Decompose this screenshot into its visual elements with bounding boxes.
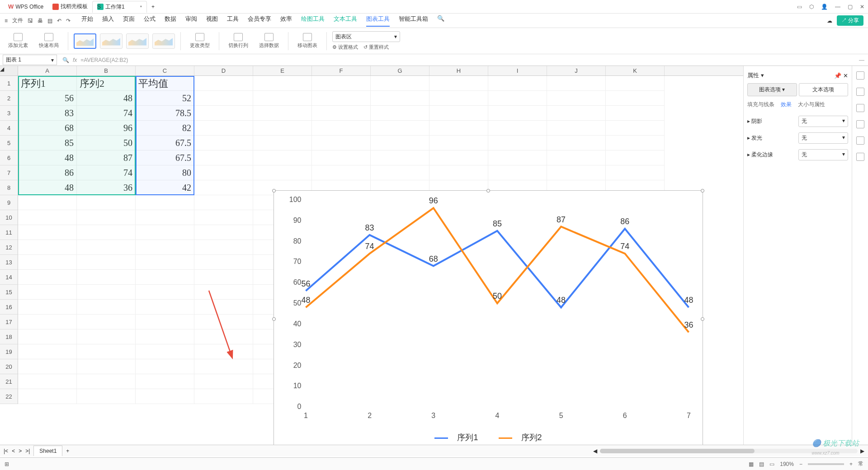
zoom-cell-icon[interactable]: 🔍 — [62, 57, 69, 63]
cell[interactable] — [136, 300, 194, 315]
cell[interactable] — [194, 225, 253, 240]
cell[interactable] — [312, 165, 371, 180]
cell[interactable] — [312, 76, 371, 91]
row-header-16[interactable]: 16 — [0, 300, 18, 315]
chart-area-select[interactable]: 图表区▾ — [332, 31, 400, 42]
cell[interactable]: 74 — [77, 106, 136, 121]
cell[interactable] — [194, 255, 253, 270]
cell[interactable] — [77, 210, 136, 225]
cell[interactable] — [77, 225, 136, 240]
props-tab-chart[interactable]: 图表选项 ▾ — [747, 83, 797, 96]
cell[interactable]: 86 — [18, 165, 77, 180]
sheet-tab-1[interactable]: Sheet1 — [33, 446, 62, 456]
side-settings-icon[interactable] — [856, 88, 864, 96]
cell[interactable] — [547, 165, 606, 180]
cell[interactable] — [136, 389, 194, 404]
fx-icon[interactable]: fx — [73, 57, 77, 63]
row-header-15[interactable]: 15 — [0, 285, 18, 300]
cell[interactable]: 平均值 — [136, 76, 194, 91]
redo-icon[interactable]: ↷ — [66, 18, 71, 24]
file-menu[interactable]: 文件 — [12, 17, 23, 24]
cell[interactable]: 50 — [77, 136, 136, 150]
chart-style-2[interactable] — [100, 33, 123, 49]
cell[interactable] — [77, 255, 136, 270]
cell[interactable] — [371, 121, 429, 136]
row-header-20[interactable]: 20 — [0, 359, 18, 374]
cell[interactable] — [488, 165, 547, 180]
cell[interactable] — [312, 91, 371, 106]
row-header-5[interactable]: 5 — [0, 136, 18, 150]
row-header-9[interactable]: 9 — [0, 195, 18, 210]
cell[interactable] — [194, 344, 253, 359]
move-chart-button[interactable]: 移动图表 — [294, 33, 321, 49]
cell[interactable] — [136, 344, 194, 359]
select-data-button[interactable]: 选择数据 — [255, 33, 283, 49]
cell[interactable] — [547, 136, 606, 150]
cell[interactable] — [77, 240, 136, 255]
cell[interactable] — [606, 76, 665, 91]
save-icon[interactable]: 🖫 — [28, 18, 33, 24]
side-chart-icon[interactable] — [856, 136, 864, 145]
cell[interactable] — [429, 136, 488, 150]
cell[interactable] — [18, 359, 77, 374]
cell[interactable]: 78.5 — [136, 106, 194, 121]
lang-indicator[interactable]: 常 — [858, 460, 863, 468]
cell[interactable] — [606, 150, 665, 165]
tab-view[interactable]: 视图 — [206, 15, 218, 27]
col-header-G[interactable]: G — [371, 66, 429, 75]
cell[interactable] — [194, 106, 253, 121]
cell[interactable] — [253, 150, 312, 165]
view-normal-icon[interactable]: ▦ — [749, 461, 754, 467]
app-icon-2[interactable]: ⬡ — [809, 4, 814, 10]
row-header-10[interactable]: 10 — [0, 210, 18, 225]
cell[interactable] — [136, 329, 194, 344]
cell[interactable] — [194, 210, 253, 225]
cell[interactable] — [488, 150, 547, 165]
cell[interactable] — [18, 389, 77, 404]
cell[interactable]: 68 — [18, 121, 77, 136]
close-panel-icon[interactable]: ✕ — [843, 72, 848, 79]
cell[interactable] — [194, 195, 253, 210]
search-icon[interactable]: 🔍 — [437, 15, 444, 27]
row-header-1[interactable]: 1 — [0, 76, 18, 91]
cell[interactable] — [136, 225, 194, 240]
cell[interactable] — [253, 121, 312, 136]
hscroll-left-icon[interactable]: ◀ — [593, 448, 597, 454]
change-type-button[interactable]: 更改类型 — [186, 33, 213, 49]
cell[interactable] — [136, 240, 194, 255]
cell[interactable] — [606, 121, 665, 136]
prop-soft-select[interactable]: 无▾ — [798, 149, 848, 160]
chart-handle-w[interactable] — [272, 317, 276, 321]
cell[interactable]: 36 — [77, 180, 136, 195]
cell[interactable]: 67.5 — [136, 150, 194, 165]
zoom-in-icon[interactable]: + — [849, 461, 853, 467]
row-header-19[interactable]: 19 — [0, 344, 18, 359]
row-header-11[interactable]: 11 — [0, 225, 18, 240]
cell[interactable] — [194, 389, 253, 404]
pin-icon[interactable]: 📌 — [834, 72, 841, 79]
tab-insert[interactable]: 插入 — [102, 15, 114, 27]
cell[interactable] — [18, 270, 77, 285]
cell[interactable] — [488, 91, 547, 106]
cell[interactable]: 82 — [136, 121, 194, 136]
sheet-nav-last[interactable]: >| — [25, 448, 30, 454]
cell[interactable] — [18, 329, 77, 344]
cell[interactable] — [429, 121, 488, 136]
cell[interactable] — [547, 150, 606, 165]
cell[interactable] — [18, 240, 77, 255]
cell[interactable] — [77, 315, 136, 329]
cell[interactable] — [547, 91, 606, 106]
cell[interactable] — [429, 76, 488, 91]
cell[interactable] — [312, 136, 371, 150]
cell[interactable] — [136, 210, 194, 225]
cell[interactable] — [312, 121, 371, 136]
side-style-icon[interactable] — [856, 104, 864, 112]
row-header-14[interactable]: 14 — [0, 270, 18, 285]
col-header-C[interactable]: C — [136, 66, 194, 75]
cell[interactable] — [488, 106, 547, 121]
tab-chart-tools[interactable]: 图表工具 — [366, 15, 390, 27]
chart-handle-n[interactable] — [486, 189, 490, 193]
cell[interactable] — [136, 195, 194, 210]
row-header-4[interactable]: 4 — [0, 121, 18, 136]
cell[interactable] — [606, 91, 665, 106]
